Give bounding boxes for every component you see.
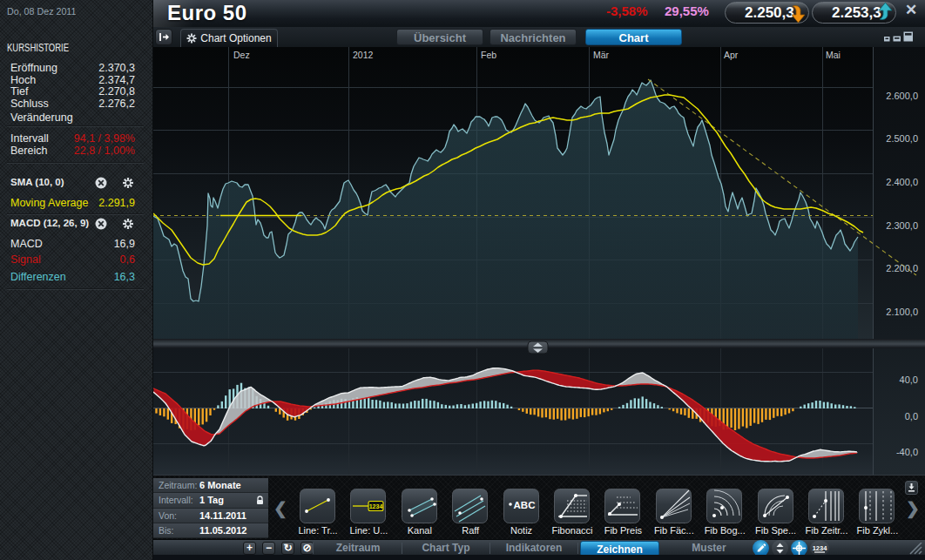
svg-text:0,0: 0,0 (905, 411, 918, 422)
svg-text:1234: 1234 (369, 503, 383, 509)
svg-text:2.200,0: 2.200,0 (886, 263, 918, 273)
svg-text:2.100,0: 2.100,0 (886, 307, 918, 317)
svg-text:1234: 1234 (813, 544, 828, 552)
svg-text:-40,0: -40,0 (896, 447, 918, 457)
svg-text:Mai: Mai (826, 50, 841, 60)
svg-text:Mär: Mär (593, 50, 610, 60)
svg-text:2.300,0: 2.300,0 (886, 220, 918, 231)
svg-text:2012: 2012 (353, 50, 374, 60)
svg-text:Dez: Dez (233, 50, 250, 60)
svg-text:Feb: Feb (481, 50, 496, 60)
svg-text:ABC: ABC (513, 500, 535, 510)
svg-text:Apr: Apr (724, 50, 739, 60)
svg-text:2.500,0: 2.500,0 (886, 133, 918, 144)
svg-text:2.600,0: 2.600,0 (886, 91, 918, 101)
svg-text:2.400,0: 2.400,0 (886, 177, 918, 187)
svg-text:40,0: 40,0 (900, 374, 918, 385)
